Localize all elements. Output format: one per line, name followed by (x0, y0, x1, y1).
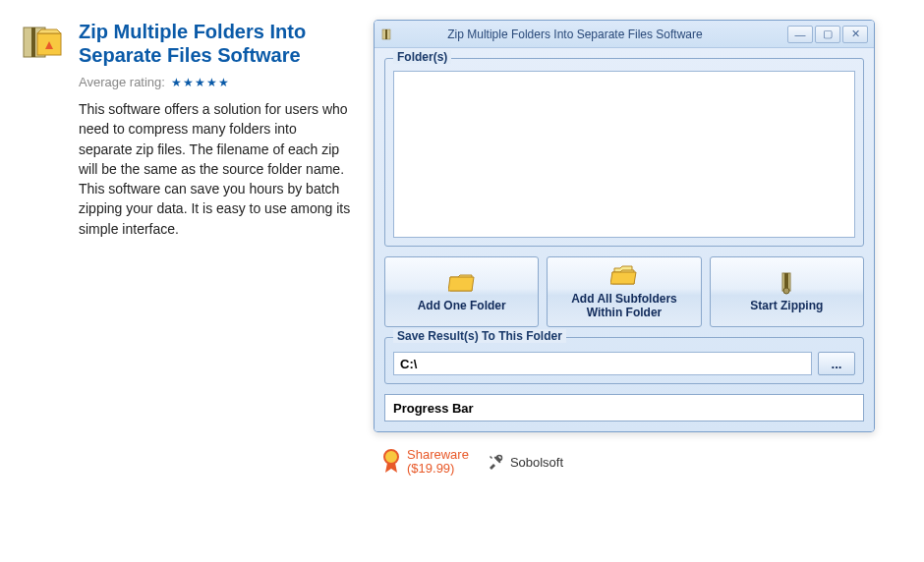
svg-rect-1 (31, 28, 35, 57)
product-description: This software offers a solution for user… (79, 99, 354, 239)
minimize-button[interactable]: — (787, 26, 813, 43)
close-button[interactable]: ✕ (842, 26, 868, 43)
browse-button[interactable]: ... (818, 352, 855, 375)
license-type: Shareware (407, 448, 469, 462)
star-icon: ★ (183, 76, 194, 89)
start-zipping-button[interactable]: Start Zipping (710, 256, 864, 327)
save-path-row: ... (393, 352, 855, 375)
window-body: Folder(s) Add One Folder (375, 48, 874, 431)
window-controls: — ▢ ✕ (787, 26, 868, 43)
action-buttons-row: Add One Folder Add All Subfolders Within… (384, 256, 864, 327)
rating-label: Average rating: (79, 75, 165, 89)
svg-point-8 (384, 450, 398, 464)
add-all-subfolders-button[interactable]: Add All Subfolders Within Folder (547, 256, 701, 327)
screenshot-column: Zip Multiple Folders Into Separate Files… (374, 20, 904, 542)
rating-row: Average rating: ★ ★ ★ ★ ★ (79, 75, 354, 89)
product-info-column: Zip Multiple Folders Into Separate Files… (20, 20, 354, 542)
license-block: Shareware ($19.99) (407, 448, 469, 477)
save-path-input[interactable] (393, 352, 812, 375)
progress-label: Progress Bar (393, 401, 474, 416)
svg-rect-4 (385, 29, 387, 39)
tools-icon (487, 453, 504, 471)
vendor-meta: Sobolsoft (487, 453, 563, 471)
award-ribbon-icon (381, 449, 401, 475)
product-header: Zip Multiple Folders Into Separate Files… (20, 20, 354, 67)
app-icon (380, 27, 396, 42)
product-title: Zip Multiple Folders Into Separate Files… (79, 20, 354, 67)
license-meta: Shareware ($19.99) (381, 448, 469, 477)
titlebar: Zip Multiple Folders Into Separate Files… (375, 21, 874, 48)
rating-stars: ★ ★ ★ ★ ★ (171, 76, 229, 89)
product-zip-icon (20, 20, 67, 67)
zipper-icon (773, 271, 800, 295)
product-meta-row: Shareware ($19.99) Sobolsoft (374, 448, 904, 477)
progress-box: Progress Bar (384, 394, 864, 422)
star-icon: ★ (195, 76, 205, 89)
folders-fieldset: Folder(s) (384, 58, 864, 247)
folder-icon (448, 271, 476, 295)
window-title: Zip Multiple Folders Into Separate Files… (402, 28, 787, 41)
license-price: ($19.99) (407, 462, 469, 476)
star-icon: ★ (218, 76, 229, 89)
star-icon: ★ (206, 76, 217, 89)
vendor-name: Sobolsoft (510, 455, 563, 470)
button-label: Start Zipping (750, 299, 823, 312)
maximize-button[interactable]: ▢ (815, 26, 840, 43)
svg-point-7 (783, 288, 789, 294)
save-fieldset: Save Result(s) To This Folder ... (384, 337, 864, 384)
star-icon: ★ (171, 76, 182, 89)
button-label: Add One Folder (418, 299, 506, 312)
folder-list[interactable] (393, 71, 855, 238)
save-legend: Save Result(s) To This Folder (393, 329, 566, 343)
app-window: Zip Multiple Folders Into Separate Files… (374, 20, 875, 432)
folders-legend: Folder(s) (393, 50, 451, 64)
button-label: Add All Subfolders Within Folder (551, 292, 696, 319)
folders-stack-icon (610, 264, 638, 288)
add-one-folder-button[interactable]: Add One Folder (384, 256, 539, 327)
